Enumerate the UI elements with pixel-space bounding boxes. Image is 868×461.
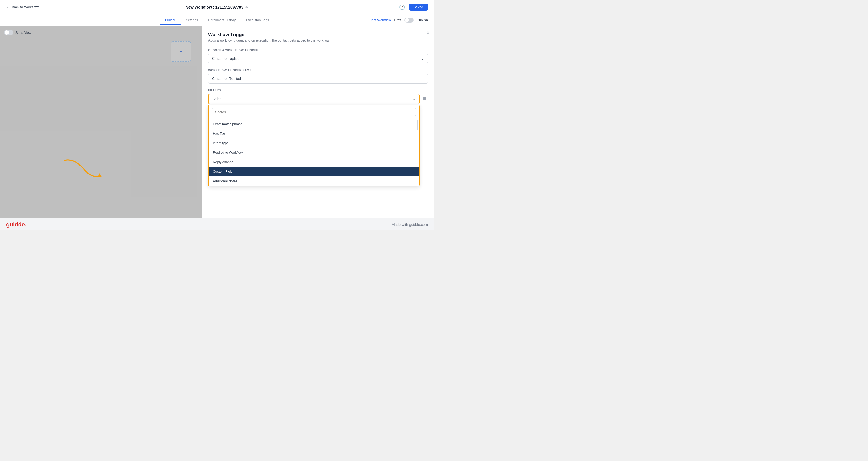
publish-toggle[interactable] <box>404 18 414 23</box>
dropdown-item-replied-to-workflow[interactable]: Replied to Workflow <box>209 148 419 157</box>
trigger-select-section: CHOOSE A WORKFLOW TRIGGER Customer repli… <box>208 48 428 63</box>
trigger-name-section: WORKFLOW TRIGGER NAME <box>208 69 428 84</box>
panel-subtitle: Adds a workflow trigger, and on executio… <box>208 38 428 42</box>
trigger-name-label: WORKFLOW TRIGGER NAME <box>208 69 428 72</box>
dropdown-item-reply-channel[interactable]: Reply channel <box>209 157 419 167</box>
filters-label: FILTERS <box>208 89 428 92</box>
dropdown-list: Exact match phrase Has Tag Intent type R… <box>209 119 419 186</box>
workflow-title: New Workflow : 1711552897709 <box>186 5 243 9</box>
stats-view-area: Stats View <box>4 30 31 35</box>
guidde-logo-text: guidde. <box>6 221 26 228</box>
dropdown-search-area <box>209 105 419 119</box>
publish-label: Publish <box>417 18 428 22</box>
stats-toggle[interactable] <box>4 30 13 35</box>
dropdown-search-input[interactable] <box>212 108 416 116</box>
trigger-select-label: CHOOSE A WORKFLOW TRIGGER <box>208 48 428 52</box>
test-workflow-button[interactable]: Test Workflow <box>370 18 391 22</box>
filter-select-trigger[interactable]: Select ⌄ <box>208 94 420 104</box>
trigger-chevron-icon: ⌄ <box>421 57 424 61</box>
filter-dropdown-menu: Exact match phrase Has Tag Intent type R… <box>208 105 420 187</box>
back-label: Back to Workflows <box>12 5 39 9</box>
edit-icon[interactable]: ✏ <box>245 5 248 9</box>
history-icon[interactable]: 🕐 <box>399 4 405 10</box>
filter-dropdown-container: Select ⌄ Exact match phrase Has Tag Inte… <box>208 94 420 104</box>
dropdown-item-intent-type[interactable]: Intent type <box>209 138 419 148</box>
main-content: Stats View + ✕ Workflow Trigger Adds a w… <box>0 26 434 218</box>
footer-tagline: Made with guidde.com <box>392 223 428 227</box>
header-title-area: New Workflow : 1711552897709 ✏ <box>186 5 248 9</box>
scrollbar <box>417 120 418 130</box>
saved-button[interactable]: Saved <box>409 4 428 10</box>
draft-label: Draft <box>394 18 401 22</box>
workflow-trigger-panel: ✕ Workflow Trigger Adds a workflow trigg… <box>202 26 434 218</box>
dropdown-chevron-icon: ⌄ <box>413 97 415 101</box>
back-arrow-icon: ← <box>6 5 10 9</box>
trigger-select[interactable]: Customer replied ⌄ <box>208 54 428 63</box>
nav-right-actions: Test Workflow Draft Publish <box>370 18 428 23</box>
guidde-logo: guidde. <box>6 221 26 228</box>
dropdown-item-exact-match[interactable]: Exact match phrase <box>209 119 419 129</box>
filters-section: FILTERS Select ⌄ <box>208 89 428 104</box>
tab-execution-logs[interactable]: Execution Logs <box>241 15 274 25</box>
tab-enrollment-history[interactable]: Enrollment History <box>203 15 241 25</box>
stats-label: Stats View <box>16 31 31 35</box>
trigger-name-input[interactable] <box>208 74 428 84</box>
tab-settings[interactable]: Settings <box>181 15 203 25</box>
panel-header: Workflow Trigger Adds a workflow trigger… <box>208 32 428 42</box>
dropdown-item-additional-notes[interactable]: Additional Notes <box>209 176 419 186</box>
filter-select-value: Select <box>212 97 222 101</box>
trigger-select-value: Customer replied <box>212 57 240 61</box>
background-overlay <box>0 26 202 218</box>
dropdown-item-has-tag[interactable]: Has Tag <box>209 129 419 138</box>
tab-builder[interactable]: Builder <box>160 15 181 25</box>
panel-close-button[interactable]: ✕ <box>426 30 430 36</box>
filter-delete-button[interactable]: 🗑 <box>422 94 428 104</box>
panel-title: Workflow Trigger <box>208 32 428 37</box>
filter-row: Select ⌄ Exact match phrase Has Tag Inte… <box>208 94 428 104</box>
nav-tabs: Builder Settings Enrollment History Exec… <box>0 14 434 26</box>
back-button[interactable]: ← Back to Workflows <box>6 5 39 9</box>
app-footer: guidde. Made with guidde.com <box>0 218 434 230</box>
header-right: 🕐 Saved <box>399 4 428 10</box>
dropdown-item-custom-field[interactable]: Custom Field <box>209 167 419 176</box>
app-header: ← Back to Workflows New Workflow : 17115… <box>0 0 434 14</box>
